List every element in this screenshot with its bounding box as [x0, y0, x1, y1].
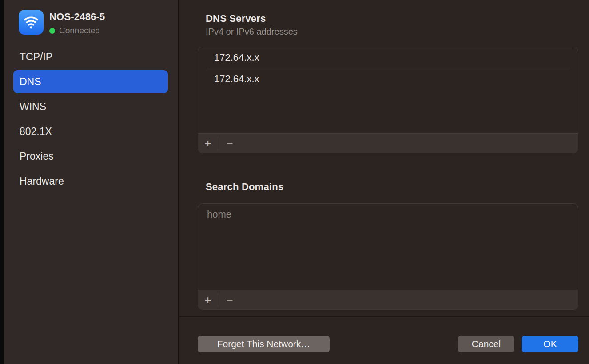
search-domains-rows: home	[198, 204, 578, 290]
connection-status: Connected	[49, 26, 105, 36]
dns-servers-subtitle: IPv4 or IPv6 addresses	[206, 27, 298, 37]
search-domains-list: home + −	[198, 203, 578, 310]
dns-server-value: 172.64.x.x	[214, 52, 259, 63]
cancel-button[interactable]: Cancel	[458, 336, 514, 352]
wifi-icon	[19, 10, 44, 35]
dns-servers-list: 172.64.x.x 172.64.x.x + −	[198, 47, 578, 153]
dns-settings-panel: DNS Servers IPv4 or IPv6 addresses 172.6…	[179, 0, 589, 364]
network-name: NOS-2486-5	[49, 11, 105, 23]
window-edge	[0, 0, 4, 364]
dns-server-value: 172.64.x.x	[214, 73, 259, 85]
status-label: Connected	[59, 26, 100, 36]
add-search-domain-button[interactable]: +	[198, 290, 218, 309]
dns-server-row[interactable]: 172.64.x.x	[198, 68, 578, 90]
sidebar-item-8021x[interactable]: 802.1X	[13, 120, 168, 143]
dns-servers-title: DNS Servers	[206, 13, 266, 24]
search-domains-title: Search Domains	[206, 181, 283, 193]
sidebar-item-dns[interactable]: DNS	[13, 70, 168, 93]
network-header-text: NOS-2486-5 Connected	[49, 10, 105, 36]
sidebar-item-wins[interactable]: WINS	[13, 95, 168, 118]
add-dns-server-button[interactable]: +	[198, 134, 218, 153]
sidebar: NOS-2486-5 Connected TCP/IP DNS WINS 802…	[4, 0, 179, 364]
search-domains-toolbar: + −	[198, 290, 578, 309]
network-header: NOS-2486-5 Connected	[19, 10, 105, 36]
sidebar-item-proxies[interactable]: Proxies	[13, 145, 168, 168]
search-domain-row[interactable]: home	[198, 204, 578, 225]
dns-servers-toolbar: + −	[198, 133, 578, 153]
sidebar-nav: TCP/IP DNS WINS 802.1X Proxies Hardware	[13, 45, 168, 193]
remove-dns-server-button[interactable]: −	[218, 134, 241, 153]
search-domain-value: home	[207, 209, 231, 220]
sidebar-item-hardware[interactable]: Hardware	[13, 170, 168, 193]
ok-button[interactable]: OK	[522, 336, 578, 352]
sidebar-item-tcpip[interactable]: TCP/IP	[13, 45, 168, 68]
status-dot-icon	[49, 28, 55, 34]
remove-search-domain-button[interactable]: −	[218, 290, 241, 309]
footer-divider	[179, 316, 589, 317]
dns-server-row[interactable]: 172.64.x.x	[198, 47, 578, 68]
forget-network-button[interactable]: Forget This Network…	[198, 336, 330, 352]
dns-servers-rows: 172.64.x.x 172.64.x.x	[198, 47, 578, 133]
